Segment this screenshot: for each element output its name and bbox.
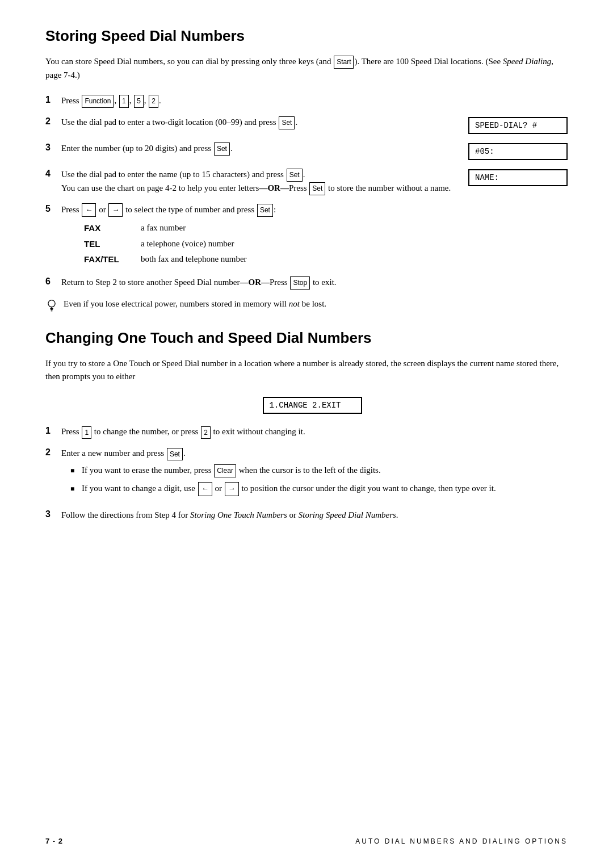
step4-text: Use the dial pad to enter the name (up t… [61,168,457,195]
footer: 7 - 2 AUTO DIAL NUMBERS AND DIALING OPTI… [45,837,568,845]
change-step2-number: 2 [45,447,61,458]
step6-number: 6 [45,276,61,287]
change-display: 1.CHANGE 2.EXIT [263,397,362,414]
fax-row: FAX a fax number [84,221,568,234]
step2-content: Use the dial pad to enter a two-digit lo… [61,116,568,134]
left-arrow-key-b2: ← [198,482,212,496]
section2-title: Changing One Touch and Speed Dial Number… [45,329,568,347]
footer-chapter: AUTO DIAL NUMBERS AND DIALING OPTIONS [355,837,568,845]
bullet1-text: If you want to erase the number, press C… [82,464,381,477]
set-key-s4b: Set [309,182,325,195]
step1-content: Press Function, 1, 5, 2. [61,94,568,108]
step2-row: 2 Use the dial pad to enter a two-digit … [45,116,568,134]
step3-content: Enter the number (up to 20 digits) and p… [61,142,568,160]
step6-content: Return to Step 2 to store another Speed … [61,276,568,290]
step4-content: Use the dial pad to enter the name (up t… [61,168,568,195]
bullet2-icon: ■ [70,482,79,494]
step5-content: Press ← or → to select the type of numbe… [61,203,568,268]
right-arrow-key-s5: → [108,203,123,217]
faxtel-label: FAX/TEL [84,253,141,266]
set-key-s3: Set [214,142,230,156]
right-arrow-key-b2: → [225,482,239,496]
fax-label: FAX [84,221,141,234]
section2-intro: If you try to store a One Touch or Speed… [45,357,568,384]
change-step2-content: Enter a new number and press Set. ■ If y… [61,447,568,500]
tel-desc: a telephone (voice) number [141,237,234,250]
footer-page: 7 - 2 [45,837,63,845]
change-step3-row: 3 Follow the directions from Step 4 for … [45,509,568,522]
fax-table: FAX a fax number TEL a telephone (voice)… [84,221,568,266]
change-step1-row: 1 Press 1 to change the number, or press… [45,425,568,439]
set-key-cs2: Set [167,448,183,461]
tel-label: TEL [84,237,141,250]
change-display-container: 1.CHANGE 2.EXIT [45,396,568,414]
steps-section2: 1 Press 1 to change the number, or press… [45,425,568,521]
faxtel-desc: both fax and telephone number [141,253,247,266]
note-row: Even if you lose electrical power, numbe… [45,297,568,316]
steps-section1: 1 Press Function, 1, 5, 2. 2 Use the dia… [45,94,568,290]
section1-title: Storing Speed Dial Numbers [45,27,568,45]
step6-row: 6 Return to Step 2 to store another Spee… [45,276,568,290]
step4-row: 4 Use the dial pad to enter the name (up… [45,168,568,195]
bullet2-text: If you want to change a digit, use ← or … [82,482,496,496]
set-key-s4a: Set [287,169,303,182]
change-step3-content: Follow the directions from Step 4 for St… [61,509,568,522]
bullet2: ■ If you want to change a digit, use ← o… [70,482,568,496]
set-key-s5: Set [257,204,273,217]
left-arrow-key-s5: ← [82,203,96,217]
step2-display: SPEED-DIAL? # [468,117,568,134]
fax-desc: a fax number [141,221,186,234]
tel-row: TEL a telephone (voice) number [84,237,568,250]
start-key: Start [334,56,354,69]
step3-number: 3 [45,142,61,153]
step3-display: #05: [468,143,568,160]
step2-text: Use the dial pad to enter a two-digit lo… [61,116,457,129]
section1-intro: You can store Speed Dial numbers, so you… [45,55,568,82]
set-key-s2: Set [279,116,295,129]
key-2: 2 [149,95,158,108]
function-key: Function [82,95,114,108]
bullet1-icon: ■ [70,464,79,476]
step3-row: 3 Enter the number (up to 20 digits) and… [45,142,568,160]
step3-text: Enter the number (up to 20 digits) and p… [61,142,457,156]
faxtel-row: FAX/TEL both fax and telephone number [84,253,568,266]
step1-number: 1 [45,94,61,105]
step4-display: NAME: [468,169,568,186]
change-step1-content: Press 1 to change the number, or press 2… [61,425,568,439]
note-text: Even if you lose electrical power, numbe… [64,297,568,311]
change-step3-number: 3 [45,509,61,519]
step4-number: 4 [45,168,61,179]
step5-number: 5 [45,203,61,214]
clear-key: Clear [214,464,236,477]
bullet-list: ■ If you want to erase the number, press… [70,464,568,496]
cs1-key1: 1 [82,426,91,439]
svg-point-0 [48,300,55,307]
note-icon [45,297,64,316]
change-step1-number: 1 [45,425,61,436]
key-5: 5 [134,95,144,108]
stop-key: Stop [290,276,310,290]
bullet1: ■ If you want to erase the number, press… [70,464,568,477]
change-step2-row: 2 Enter a new number and press Set. ■ If… [45,447,568,500]
cs1-key2: 2 [201,426,211,439]
key-1: 1 [119,95,129,108]
step5-row: 5 Press ← or → to select the type of num… [45,203,568,268]
step2-number: 2 [45,116,61,127]
step1-row: 1 Press Function, 1, 5, 2. [45,94,568,108]
